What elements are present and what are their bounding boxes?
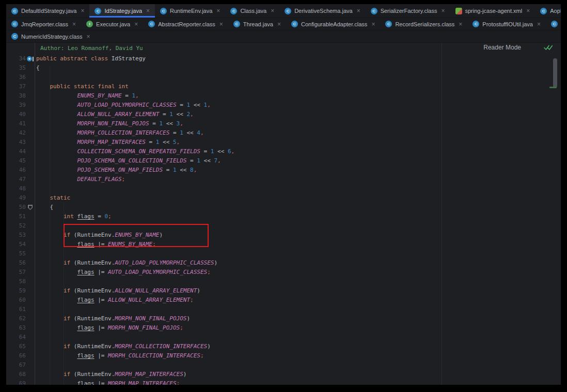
tab-label: AbstractReporter.class <box>158 21 215 27</box>
line-number[interactable]: 67 <box>6 361 26 370</box>
line-number[interactable] <box>6 43 26 54</box>
tab-close-icon[interactable]: × <box>146 8 150 14</box>
tab-close-icon[interactable]: × <box>277 21 281 27</box>
scrollbar-thumb[interactable] <box>553 58 557 88</box>
line-number[interactable]: 63 <box>6 323 26 333</box>
tab-close-icon[interactable]: × <box>219 21 223 27</box>
line-number[interactable]: 48 <box>6 184 26 193</box>
line-number[interactable]: 59 <box>6 286 26 296</box>
tab-close-icon[interactable]: × <box>526 8 530 14</box>
reader-mode-widget[interactable]: Reader Mode <box>483 44 553 51</box>
code-token: << <box>190 102 204 108</box>
java-class-icon: C <box>371 8 377 14</box>
tab-close-icon[interactable]: × <box>441 8 445 14</box>
line-number[interactable]: 42 <box>6 128 26 138</box>
line-number[interactable]: 40 <box>6 110 26 119</box>
tab-configurableadapter-class[interactable]: CConfigurableAdapter.class× <box>286 18 380 30</box>
tab-close-icon[interactable]: × <box>134 21 138 27</box>
line-number[interactable]: 69 <box>6 379 26 385</box>
line-number[interactable]: 61 <box>6 305 26 314</box>
tab-executor-java[interactable]: IExecutor.java× <box>81 18 143 30</box>
code-token: ) <box>197 287 200 294</box>
code-editor[interactable]: Author: Leo Romanoff, David Yu34public a… <box>6 43 561 385</box>
line-number[interactable]: 53 <box>6 231 26 240</box>
line-number[interactable]: 51 <box>6 212 26 221</box>
tab-close-icon[interactable]: × <box>81 8 84 14</box>
line-number[interactable]: 55 <box>6 249 26 258</box>
line-number[interactable]: 64 <box>6 333 26 342</box>
tab-close-icon[interactable]: × <box>371 21 375 27</box>
tab-close-icon[interactable]: × <box>357 8 360 14</box>
tab-serializerfactory-class[interactable]: CSerializerFactory.class× <box>366 4 450 18</box>
code-text <box>35 361 36 370</box>
code-token: ; <box>122 176 125 183</box>
tab-close-icon[interactable]: × <box>459 21 462 27</box>
line-number[interactable]: 68 <box>6 370 26 379</box>
implementations-gutter-icon[interactable] <box>27 56 32 61</box>
line-number[interactable]: 65 <box>6 342 26 351</box>
tab-aoprecordadvisor-class[interactable]: CAopRecordAdvisor.class× <box>535 4 561 18</box>
line-number[interactable]: 37 <box>6 82 26 91</box>
tab-spring-jcase-agent-xml[interactable]: spring-jcase-agent.xml× <box>450 4 536 18</box>
tab-close-icon[interactable]: × <box>537 21 541 27</box>
code-token: if <box>64 287 74 294</box>
code-token: 1 <box>169 111 173 118</box>
code-token <box>36 176 77 183</box>
folding-gutter-icon[interactable] <box>28 205 33 210</box>
tab-recordserializers-class[interactable]: CRecordSerializers.class× <box>380 18 467 30</box>
tab-label: Executor.java <box>96 21 130 27</box>
tab-close-icon[interactable]: × <box>72 21 76 27</box>
line-number[interactable]: 60 <box>6 296 26 305</box>
line-number[interactable]: 38 <box>6 91 26 101</box>
line-number[interactable]: 46 <box>6 166 26 175</box>
code-token <box>36 102 77 108</box>
tab-jmqreporter-class[interactable]: CJmqReporter.class× <box>6 18 81 30</box>
gutter-cell <box>26 212 35 221</box>
code-token: ; <box>108 213 112 220</box>
code-token: ) <box>183 371 187 378</box>
code-token: MORPH_NON_FINAL_POJOS <box>77 120 149 127</box>
gutter-cell <box>26 351 35 361</box>
code-token: MORPH_COLLECTION_INTERFACES <box>115 343 207 350</box>
line-number[interactable]: 41 <box>6 119 26 128</box>
code-token: 6 <box>228 148 231 155</box>
line-number[interactable]: 44 <box>6 147 26 156</box>
line-number[interactable]: 50 <box>6 203 26 212</box>
line-number[interactable]: 56 <box>6 258 26 268</box>
tab-defaultidstrategy-java[interactable]: CDefaultIdStrategy.java× <box>6 4 89 18</box>
tab-close-icon[interactable]: × <box>216 8 220 14</box>
code-text: DEFAULT_FLAGS; <box>35 175 125 184</box>
code-token: , <box>207 102 211 108</box>
tab-explicitidstrategy-class[interactable]: CExplicitIdStrategy.class× <box>546 18 561 30</box>
line-number[interactable]: 58 <box>6 277 26 286</box>
tab-idstrategy-java[interactable]: CIdStrategy.java× <box>89 4 155 18</box>
line-number[interactable]: 66 <box>6 351 26 361</box>
line-number[interactable]: 62 <box>6 314 26 323</box>
line-number[interactable]: 54 <box>6 240 26 249</box>
tab-close-icon[interactable]: × <box>271 8 274 14</box>
line-number[interactable]: 35 <box>6 63 26 73</box>
tab-class-java[interactable]: CClass.java× <box>225 4 279 18</box>
tab-runtimeenv-java[interactable]: CRuntimeEnv.java× <box>155 4 225 18</box>
java-interface-icon: I <box>86 21 93 27</box>
tab-numericidstrategy-class[interactable]: CNumericIdStrategy.class× <box>6 30 95 42</box>
java-class-icon: C <box>11 21 18 27</box>
line-number[interactable]: 39 <box>6 101 26 110</box>
line-number[interactable]: 49 <box>6 193 26 203</box>
code-text: flags |= MORPH_MAP_INTERFACES; <box>35 379 180 385</box>
tab-protostuffioutil-java[interactable]: CProtostuffIOUtil.java× <box>467 18 546 30</box>
tab-close-icon[interactable]: × <box>86 34 90 40</box>
analysis-stripe-mark[interactable] <box>549 87 557 88</box>
line-number[interactable]: 45 <box>6 156 26 166</box>
line-number[interactable]: 36 <box>6 73 26 82</box>
tab-derivativeschema-java[interactable]: CDerivativeSchema.java× <box>279 4 366 18</box>
line-number[interactable]: 43 <box>6 138 26 147</box>
code-line: 44 COLLECTION_SCHEMA_ON_REPEATED_FIELDS … <box>6 147 561 156</box>
code-token: ALLOW_NULL_ARRAY_ELEMENT <box>77 111 159 118</box>
line-number[interactable]: 47 <box>6 175 26 184</box>
line-number[interactable]: 57 <box>6 268 26 277</box>
line-number[interactable]: 52 <box>6 221 26 231</box>
tab-abstractreporter-class[interactable]: CAbstractReporter.class× <box>143 18 228 30</box>
line-number[interactable]: 34 <box>6 54 26 63</box>
tab-thread-java[interactable]: CThread.java× <box>228 18 286 30</box>
